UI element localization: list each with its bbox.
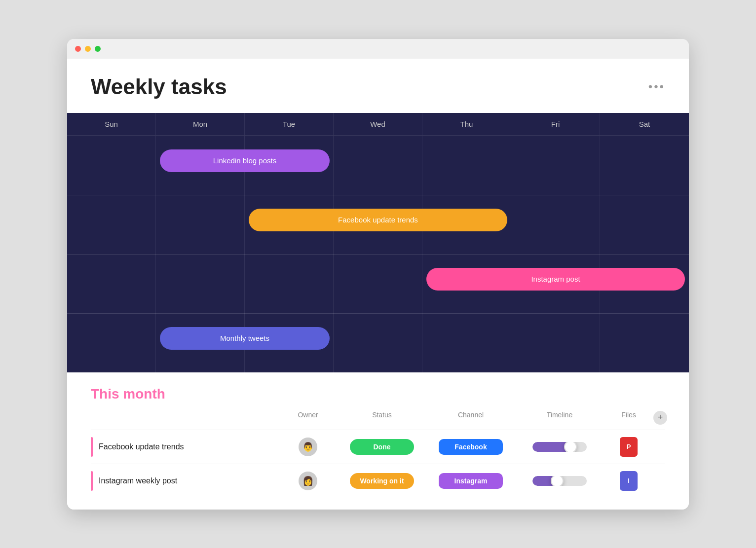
calendar-body: Linkedin blog posts Facebook update tren…: [67, 136, 689, 372]
table-row: Instagram weekly post 👩 Working on it In…: [91, 464, 665, 498]
titlebar: [67, 39, 689, 59]
page-title: Weekly tasks: [91, 74, 227, 99]
col-add-label: +: [653, 411, 673, 425]
avatar: 👩: [299, 472, 317, 490]
maximize-button[interactable]: [95, 46, 101, 52]
task-linkedin[interactable]: Linkedin blog posts: [160, 149, 330, 172]
grid-row-2: [67, 254, 689, 255]
channel-badge: Instagram: [439, 473, 503, 489]
row-accent-bar: [91, 471, 93, 491]
table-row: Facebook update trends 👨 Done Facebook: [91, 430, 665, 464]
owner-cell: 👩: [278, 472, 338, 490]
more-options-button[interactable]: •••: [648, 80, 665, 94]
timeline-cell: [515, 476, 604, 486]
page-header: Weekly tasks •••: [67, 59, 689, 113]
close-button[interactable]: [75, 46, 81, 52]
task-facebook-cal[interactable]: Facebook update trends: [249, 209, 507, 231]
day-sat: Sat: [600, 113, 689, 135]
status-cell[interactable]: Done: [338, 439, 426, 455]
this-month-section: This month Owner Status Channel Timeline…: [67, 372, 689, 510]
add-column-button[interactable]: +: [653, 411, 667, 425]
task-name-cell: Facebook update trends: [91, 437, 278, 457]
minimize-button[interactable]: [85, 46, 91, 52]
col-status-label: Status: [338, 411, 426, 425]
owner-cell: 👨: [278, 438, 338, 456]
grid-row-3: [67, 313, 689, 314]
task-name-cell: Instagram weekly post: [91, 471, 278, 491]
status-badge: Working on it: [350, 473, 414, 489]
file-icon[interactable]: P: [620, 437, 638, 457]
day-tue: Tue: [245, 113, 334, 135]
section-title: This month: [91, 386, 665, 402]
files-cell: P: [604, 437, 653, 457]
col-timeline-label: Timeline: [515, 411, 604, 425]
avatar: 👨: [299, 438, 317, 456]
grid-row-1: [67, 195, 689, 195]
timeline-track: [532, 442, 587, 452]
status-badge: Done: [350, 439, 414, 455]
timeline-thumb[interactable]: [551, 476, 564, 486]
files-cell: I: [604, 471, 653, 491]
col-channel-label: Channel: [426, 411, 515, 425]
status-cell[interactable]: Working on it: [338, 473, 426, 489]
task-instagram-cal[interactable]: Instagram post: [426, 268, 685, 291]
timeline-track: [532, 476, 587, 486]
channel-cell[interactable]: Facebook: [426, 439, 515, 455]
day-sun: Sun: [67, 113, 156, 135]
channel-badge: Facebook: [439, 439, 503, 455]
calendar: Sun Mon Tue Wed Thu Fri Sat: [67, 113, 689, 372]
col-owner-label: Owner: [278, 411, 338, 425]
timeline-cell: [515, 442, 604, 452]
file-icon[interactable]: I: [620, 471, 638, 491]
channel-cell[interactable]: Instagram: [426, 473, 515, 489]
app-window: Weekly tasks ••• Sun Mon Tue Wed Thu Fri…: [67, 39, 689, 510]
task-name: Facebook update trends: [99, 442, 184, 451]
col-files-label: Files: [604, 411, 653, 425]
task-name: Instagram weekly post: [99, 476, 177, 485]
day-mon: Mon: [156, 113, 245, 135]
day-thu: Thu: [422, 113, 511, 135]
table-header: Owner Status Channel Timeline Files +: [91, 411, 665, 430]
calendar-day-headers: Sun Mon Tue Wed Thu Fri Sat: [67, 113, 689, 136]
day-fri: Fri: [511, 113, 600, 135]
task-tweets[interactable]: Monthly tweets: [160, 327, 330, 350]
col-task-label: [91, 411, 278, 425]
day-wed: Wed: [334, 113, 422, 135]
row-accent-bar: [91, 437, 93, 457]
timeline-thumb[interactable]: [564, 442, 577, 452]
